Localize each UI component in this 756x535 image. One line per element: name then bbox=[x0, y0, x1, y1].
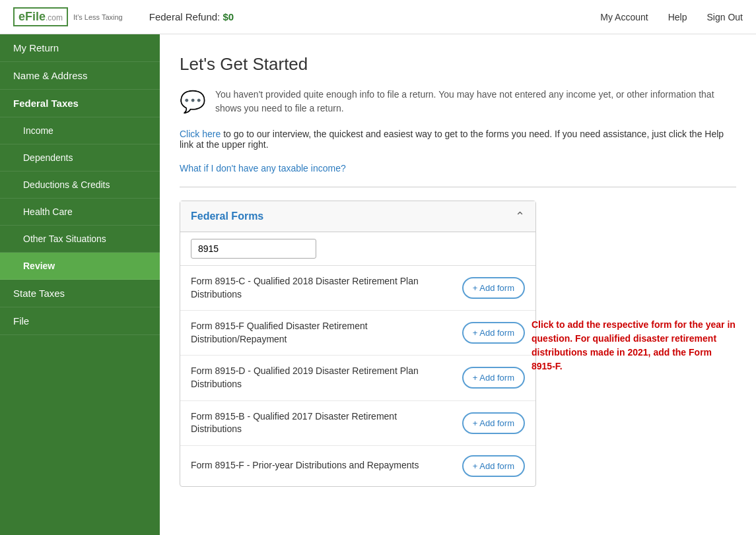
forms-panel-title: Federal Forms bbox=[191, 210, 263, 222]
form-row-3: Form 8915-B - Qualified 2017 Disaster Re… bbox=[180, 401, 535, 446]
chat-icon: 💬 bbox=[180, 89, 206, 114]
sidebar-item-name-address[interactable]: Name & Address bbox=[0, 62, 160, 90]
my-account-link[interactable]: My Account bbox=[600, 12, 648, 22]
divider bbox=[180, 187, 736, 187]
form-name-0: Form 8915-C - Qualified 2018 Disaster Re… bbox=[191, 275, 429, 301]
interview-text: to go to our interview, the quickest and… bbox=[180, 129, 724, 150]
add-form-button-1[interactable]: + Add form bbox=[462, 322, 525, 344]
help-link[interactable]: Help bbox=[668, 12, 687, 22]
sign-out-link[interactable]: Sign Out bbox=[707, 12, 743, 22]
add-form-button-2[interactable]: + Add form bbox=[462, 367, 525, 389]
form-name-1: Form 8915-F Qualified Disaster Retiremen… bbox=[191, 320, 429, 346]
info-box: 💬 You haven't provided quite enough info… bbox=[180, 88, 736, 115]
federal-forms-panel: Federal Forms ⌃ Form 8915-C - Qualified … bbox=[180, 201, 536, 487]
sidebar: My Return Name & Address Federal Taxes I… bbox=[0, 34, 160, 535]
logo-com: .com bbox=[46, 13, 63, 22]
form-row-4: Form 8915-F - Prior-year Distributions a… bbox=[180, 446, 535, 486]
form-name-3: Form 8915-B - Qualified 2017 Disaster Re… bbox=[191, 410, 429, 436]
sidebar-item-file[interactable]: File bbox=[0, 307, 160, 335]
refund-area: Federal Refund: $0 bbox=[149, 11, 601, 22]
main-layout: My Return Name & Address Federal Taxes I… bbox=[0, 34, 756, 535]
sidebar-item-deductions-credits[interactable]: Deductions & Credits bbox=[0, 172, 160, 199]
form-row-2: Form 8915-D - Qualified 2019 Disaster Re… bbox=[180, 356, 535, 400]
page-title: Let's Get Started bbox=[180, 54, 736, 75]
sidebar-item-state-taxes[interactable]: State Taxes bbox=[0, 280, 160, 307]
no-income-link[interactable]: What if I don't have any taxable income? bbox=[180, 163, 346, 173]
sidebar-item-review[interactable]: Review bbox=[0, 253, 160, 280]
interview-link[interactable]: Click here bbox=[180, 129, 221, 139]
forms-search bbox=[180, 232, 535, 266]
form-name-4: Form 8915-F - Prior-year Distributions a… bbox=[191, 459, 419, 472]
form-name-2: Form 8915-D - Qualified 2019 Disaster Re… bbox=[191, 365, 429, 391]
sidebar-item-health-care[interactable]: Health Care bbox=[0, 199, 160, 226]
forms-search-input[interactable] bbox=[191, 239, 316, 259]
sidebar-item-federal-taxes[interactable]: Federal Taxes bbox=[0, 90, 160, 117]
side-note: Click to add the respective form for the… bbox=[532, 318, 736, 373]
info-message: You haven't provided quite enough info t… bbox=[215, 88, 736, 115]
sidebar-item-income[interactable]: Income bbox=[0, 117, 160, 144]
sidebar-item-my-return[interactable]: My Return bbox=[0, 34, 160, 62]
form-row-1: Form 8915-F Qualified Disaster Retiremen… bbox=[180, 311, 535, 356]
logo-tagline: It's Less Taxing bbox=[73, 13, 123, 21]
form-row-0: Form 8915-C - Qualified 2018 Disaster Re… bbox=[180, 266, 535, 311]
content-area: Let's Get Started 💬 You haven't provided… bbox=[160, 34, 756, 535]
logo-box: eFile.com bbox=[13, 7, 68, 26]
no-income-link-section: What if I don't have any taxable income? bbox=[180, 163, 736, 173]
forms-panel-header: Federal Forms ⌃ bbox=[180, 201, 535, 232]
refund-label: Federal Refund: bbox=[149, 11, 221, 22]
add-form-button-4[interactable]: + Add form bbox=[462, 455, 525, 477]
add-form-button-0[interactable]: + Add form bbox=[462, 277, 525, 299]
header: eFile.com It's Less Taxing Federal Refun… bbox=[0, 0, 756, 34]
refund-amount: $0 bbox=[223, 11, 234, 22]
collapse-icon[interactable]: ⌃ bbox=[515, 209, 525, 224]
add-form-button-3[interactable]: + Add form bbox=[462, 412, 525, 434]
sidebar-item-other-tax[interactable]: Other Tax Situations bbox=[0, 226, 160, 253]
header-nav: My Account Help Sign Out bbox=[600, 12, 743, 22]
logo-efile: eFile bbox=[18, 10, 46, 23]
sidebar-item-dependents[interactable]: Dependents bbox=[0, 144, 160, 172]
interview-link-section: Click here to go to our interview, the q… bbox=[180, 129, 736, 150]
logo-area: eFile.com It's Less Taxing bbox=[13, 7, 123, 26]
